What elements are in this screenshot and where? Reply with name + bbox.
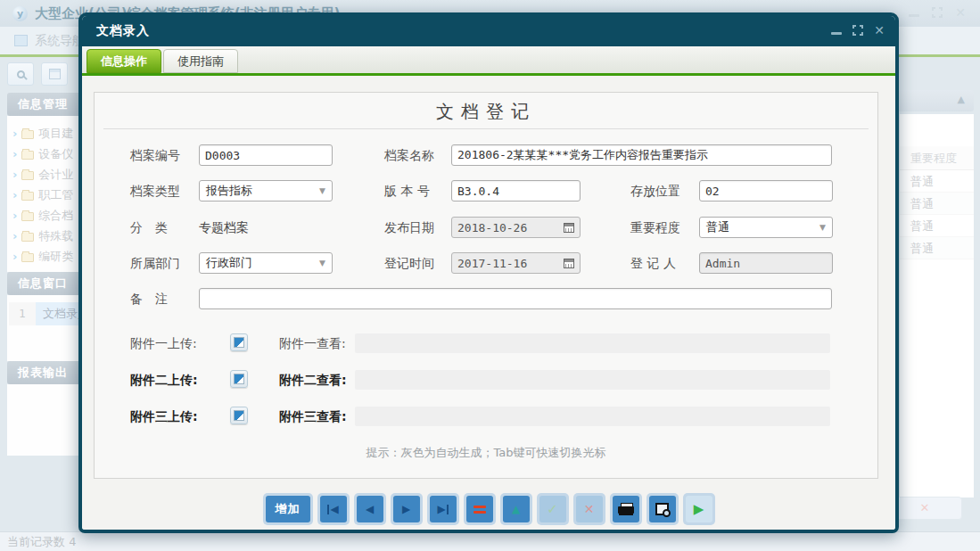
version-label: 版 本 号 [384,180,430,201]
close-icon[interactable]: ✕ [874,25,885,36]
bar-icon [447,505,449,514]
attachment-two-view-label: 附件二查看: [279,369,347,391]
upload-icon [234,410,244,421]
department-value: 行政部门 [206,255,252,271]
divider [103,128,869,129]
importance-select[interactable]: 普通 ▼ [699,217,833,238]
location-label: 存放位置 [630,180,680,201]
register-time-label: 登记时间 [384,252,434,274]
publish-date-label: 发布日期 [384,217,434,238]
remark-field[interactable] [199,288,832,309]
importance-label: 重要程度 [630,217,680,238]
print-preview-button[interactable] [646,493,679,525]
attachment-three-view-label: 附件三查看: [279,406,347,427]
play-icon: ▶ [694,503,704,516]
archive-type-select[interactable]: 报告指标 ▼ [199,180,333,201]
archive-name-field[interactable] [451,144,832,166]
edit-icon: ▲ [512,504,520,514]
form-hint: 提示：灰色为自动生成；Tab键可快速切换光标 [95,445,877,461]
attachment-one-view-label: 附件一查看: [279,333,346,354]
attachment-one-upload-button[interactable] [230,333,248,351]
execute-button[interactable]: ▶ [683,493,715,525]
previous-record-button[interactable]: ◀ [354,493,386,525]
record-toolbar: 增加 ◀ ◀ ▶ ▶ ▲ ✓ ✕ ▶ [82,493,895,525]
delete-record-button[interactable] [464,493,496,525]
archive-no-label: 档案编号 [130,144,180,166]
cross-icon: ✕ [584,502,595,516]
tab-info-operation[interactable]: 信息操作 [86,49,161,73]
remark-label: 备 注 [130,288,168,309]
location-field[interactable] [699,180,833,201]
department-label: 所属部门 [130,252,180,274]
calendar-icon[interactable] [564,259,574,268]
last-record-button[interactable]: ▶ [427,493,459,525]
minimize-icon[interactable] [831,32,842,35]
category-label: 分 类 [130,217,168,238]
registrant-field [699,252,833,274]
dialog-content: 文档登记 档案编号 档案名称 档案类型 报告指标 ▼ 版 本 号 存放位置 分 [82,76,895,530]
registrant-label: 登 记 人 [630,252,676,274]
dialog-tabs: 信息操作 使用指南 [82,46,895,73]
print-preview-icon [655,503,669,515]
bar-icon [327,505,329,514]
cancel-button[interactable]: ✕ [573,493,605,525]
publish-date-value: 2018-10-26 [457,221,527,234]
register-time-field[interactable]: 2017-11-16 [451,252,581,274]
upload-icon [234,374,244,384]
check-icon: ✓ [547,501,558,517]
last-record-icon: ▶ [437,504,445,514]
register-time-value: 2017-11-16 [457,257,527,270]
archive-no-field[interactable] [199,144,333,166]
chevron-down-icon: ▼ [319,259,325,267]
document-register-panel: 文档登记 档案编号 档案名称 档案类型 报告指标 ▼ 版 本 号 存放位置 分 [94,92,878,479]
next-record-button[interactable]: ▶ [391,493,423,525]
form-title: 文档登记 [95,100,877,124]
attachment-two-upload-label: 附件二上传: [130,369,198,391]
attachment-one-upload-label: 附件一上传: [130,333,197,354]
department-select[interactable]: 行政部门 ▼ [199,252,333,274]
attachment-one-view-area [355,333,830,353]
importance-value: 普通 [706,219,729,235]
attachment-three-upload-button[interactable] [230,407,248,424]
calendar-icon[interactable] [564,223,574,233]
chevron-down-icon: ▼ [819,223,826,232]
edit-record-button[interactable]: ▲ [500,493,532,525]
print-button[interactable] [610,493,642,525]
archive-type-label: 档案类型 [130,180,180,201]
printer-icon [618,503,634,516]
document-entry-dialog: 文档录入 ✕ 信息操作 使用指南 文档登记 档案编号 档案名称 档案类型 [78,12,899,533]
version-field[interactable] [451,180,581,201]
category-value: 专题档案 [199,217,249,238]
upload-icon [234,337,244,348]
publish-date-field[interactable]: 2018-10-26 [451,217,581,238]
attachment-two-upload-button[interactable] [230,370,248,388]
add-button[interactable]: 增加 [263,493,313,525]
confirm-button[interactable]: ✓ [537,493,569,525]
screen: y 大型企业(公司)综合档案管理系统(非注册用户专用) ✕ 系统导航 信息管理 … [0,0,980,551]
archive-name-label: 档案名称 [384,144,434,166]
first-record-button[interactable]: ◀ [317,493,350,525]
attachment-three-upload-label: 附件三上传: [130,406,198,427]
previous-record-icon: ◀ [366,504,374,514]
first-record-icon: ◀ [330,504,338,514]
archive-type-value: 报告指标 [206,183,252,199]
next-record-icon: ▶ [402,504,410,514]
dialog-titlebar: 文档录入 ✕ [82,16,895,46]
attachment-two-view-area [355,370,830,390]
chevron-down-icon: ▼ [319,186,325,195]
attachment-three-view-area [355,407,830,426]
dialog-title: 文档录入 [96,23,150,39]
delete-icon [474,506,486,514]
maximize-icon[interactable] [852,25,863,36]
tab-user-guide[interactable]: 使用指南 [163,49,238,73]
